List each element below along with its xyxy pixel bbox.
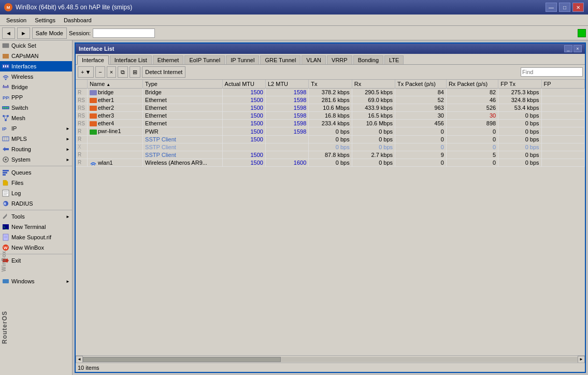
- col-fp-tx[interactable]: FP Tx: [498, 80, 541, 89]
- sidebar-item-new-winbox[interactable]: W New WinBox: [0, 242, 72, 253]
- iface-close-button[interactable]: ×: [573, 45, 582, 52]
- tab-ethernet[interactable]: Ethernet: [153, 55, 184, 64]
- table-row[interactable]: RSether4Ethernet15001598233.4 kbps10.6 M…: [76, 120, 585, 127]
- row-l2-mtu: [265, 135, 308, 143]
- table-row[interactable]: RbridgeBridge15001598378.2 kbps290.5 kbp…: [76, 89, 585, 96]
- col-actual-mtu[interactable]: Actual MTU: [222, 80, 265, 89]
- svg-text:>_: >_: [3, 225, 7, 229]
- row-flags: X: [76, 143, 87, 151]
- col-rx-pkt[interactable]: Rx Packet (p/s): [446, 80, 498, 89]
- sidebar-item-new-terminal[interactable]: >_ New Terminal: [0, 222, 72, 232]
- ppp-icon: PPP: [2, 94, 9, 101]
- sidebar-item-system[interactable]: System ►: [0, 154, 72, 165]
- col-tx[interactable]: Tx: [309, 80, 352, 89]
- row-name: pwr-line1: [87, 127, 142, 135]
- svg-rect-1: [3, 54, 9, 59]
- sidebar-item-radius[interactable]: R RADIUS: [0, 198, 72, 209]
- content-area: Interface List _ × Interface Interface L…: [73, 40, 588, 375]
- sidebar-item-ip[interactable]: IP IP ►: [0, 123, 72, 134]
- tab-vrrp[interactable]: VRRP: [327, 55, 352, 64]
- sidebar-item-tools[interactable]: Tools ►: [0, 211, 72, 222]
- sidebar-item-wireless[interactable]: Wireless: [0, 71, 72, 82]
- add-button[interactable]: + ▼: [78, 66, 94, 78]
- mpls-icon: [2, 135, 9, 142]
- menu-settings[interactable]: Settings: [31, 16, 60, 24]
- iface-toolbar: + ▼ − × ⧉ ⊞ Detect Internet: [76, 65, 585, 79]
- scroll-track[interactable]: [83, 357, 578, 362]
- sidebar-item-ppp[interactable]: PPP PPP: [0, 92, 72, 103]
- mesh-icon: [2, 114, 9, 122]
- safe-mode-button[interactable]: Safe Mode: [32, 27, 67, 39]
- tab-gre-tunnel[interactable]: GRE Tunnel: [260, 55, 300, 64]
- close-button[interactable]: ✕: [572, 3, 584, 12]
- sidebar-item-routing[interactable]: Routing ►: [0, 144, 72, 154]
- sidebar-item-files[interactable]: Files: [0, 178, 72, 188]
- detect-internet-button[interactable]: Detect Internet: [142, 66, 185, 78]
- radius-icon: R: [2, 200, 9, 207]
- sidebar-item-interfaces[interactable]: Interfaces: [0, 61, 72, 71]
- sidebar-item-windows[interactable]: Windows ►: [0, 276, 72, 286]
- tab-bonding[interactable]: Bonding: [353, 55, 383, 64]
- filter-button[interactable]: ⊞: [130, 66, 140, 78]
- col-name[interactable]: Name ▲: [87, 80, 142, 89]
- table-row[interactable]: RSSTP Client150087.8 kbps2.7 kbps950 bps: [76, 151, 585, 158]
- sidebar-item-mesh[interactable]: Mesh: [0, 113, 72, 123]
- maximize-button[interactable]: □: [559, 3, 570, 12]
- col-tx-pkt[interactable]: Tx Packet (p/s): [395, 80, 447, 89]
- forward-button[interactable]: ►: [17, 27, 30, 39]
- svg-text:IP: IP: [2, 126, 7, 132]
- tab-lte[interactable]: LTE: [384, 55, 404, 64]
- back-button[interactable]: ◄: [2, 27, 15, 39]
- menu-dashboard[interactable]: Dashboard: [60, 16, 96, 24]
- col-l2-mtu[interactable]: L2 MTU: [265, 80, 308, 89]
- sidebar-item-bridge[interactable]: Bridge: [0, 82, 72, 92]
- sidebar-item-capsman[interactable]: CAPsMAN: [0, 51, 72, 61]
- table-row[interactable]: RSether2Ethernet1500159810.6 Mbps433.9 k…: [76, 104, 585, 112]
- tab-interface[interactable]: Interface: [77, 55, 109, 65]
- table-row[interactable]: Rpwr-line1PWR150015980 bps0 bps000 bps: [76, 127, 585, 135]
- table-row[interactable]: RSether3Ethernet1500159816.8 kbps16.5 kb…: [76, 112, 585, 120]
- iface-window-titlebar: Interface List _ ×: [76, 44, 585, 54]
- disable-button[interactable]: ×: [107, 66, 116, 78]
- tab-ip-tunnel[interactable]: IP Tunnel: [226, 55, 259, 64]
- tab-vlan[interactable]: VLAN: [302, 55, 326, 64]
- row-flags: R: [76, 127, 87, 135]
- scroll-thumb[interactable]: [83, 357, 281, 362]
- queues-icon: [2, 169, 9, 176]
- sidebar-item-exit[interactable]: Exit: [0, 255, 72, 266]
- table-row[interactable]: Rwlan1Wireless (Atheros AR9...150016000 …: [76, 158, 585, 166]
- interfaces-icon: [2, 63, 9, 70]
- sidebar-item-switch[interactable]: Switch: [0, 103, 72, 113]
- menu-session[interactable]: Session: [2, 16, 31, 24]
- copy-button[interactable]: ⧉: [118, 66, 128, 78]
- tab-eoip-tunnel[interactable]: EoIP Tunnel: [184, 55, 225, 64]
- col-rx[interactable]: Rx: [352, 80, 395, 89]
- sidebar-item-mpls[interactable]: MPLS ►: [0, 134, 72, 144]
- col-type[interactable]: Type: [143, 80, 222, 89]
- sidebar-item-log[interactable]: Log: [0, 188, 72, 198]
- col-fp[interactable]: FP: [541, 80, 584, 89]
- table-row[interactable]: XSSTP Client0 bps0 bps000 bps: [76, 143, 585, 151]
- iface-minimize-button[interactable]: _: [564, 45, 572, 52]
- scroll-left-button[interactable]: ◄: [76, 356, 83, 363]
- row-tx-pkt: 30: [395, 112, 447, 120]
- row-type: Ethernet: [143, 120, 222, 127]
- window-title: WinBox (64bit) v6.48.5 on hAP lite (smip…: [16, 4, 132, 11]
- table-row[interactable]: RSSTP Client15000 bps0 bps000 bps: [76, 135, 585, 143]
- tab-interface-list[interactable]: Interface List: [110, 55, 152, 64]
- row-tx-pkt: 0: [395, 158, 447, 166]
- sidebar-label-radius: RADIUS: [11, 200, 33, 207]
- find-input[interactable]: [521, 67, 583, 77]
- row-name: [87, 143, 142, 151]
- sidebar-item-quick-set[interactable]: Quick Set: [0, 40, 72, 51]
- scroll-right-button[interactable]: ►: [578, 356, 585, 363]
- remove-button[interactable]: −: [95, 66, 105, 78]
- minimize-button[interactable]: —: [546, 3, 557, 12]
- row-fp: [541, 112, 584, 120]
- row-type: Wireless (Atheros AR9...: [143, 158, 222, 166]
- sidebar-item-queues[interactable]: Queues: [0, 167, 72, 178]
- session-input[interactable]: [93, 28, 155, 38]
- sidebar-item-make-supout[interactable]: Make Supout.rif: [0, 232, 72, 242]
- col-flags[interactable]: [76, 80, 87, 89]
- table-row[interactable]: RSether1Ethernet15001598281.6 kbps69.0 k…: [76, 96, 585, 104]
